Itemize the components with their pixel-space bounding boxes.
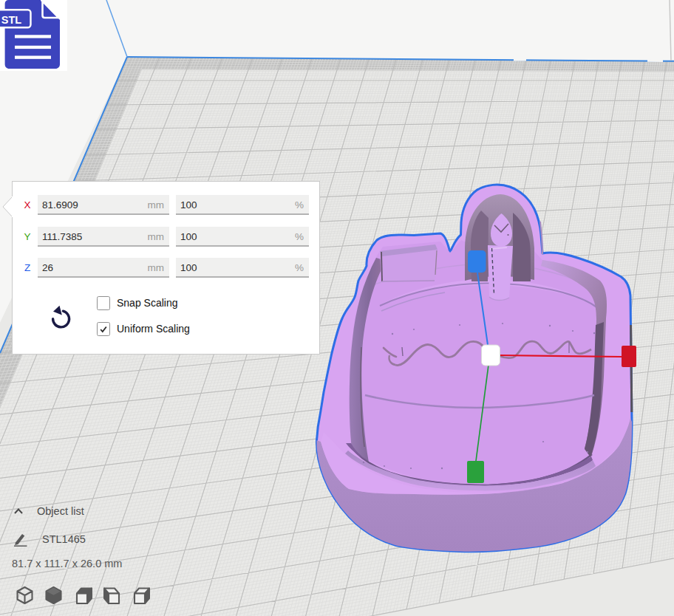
svg-text:STL: STL	[1, 14, 22, 26]
